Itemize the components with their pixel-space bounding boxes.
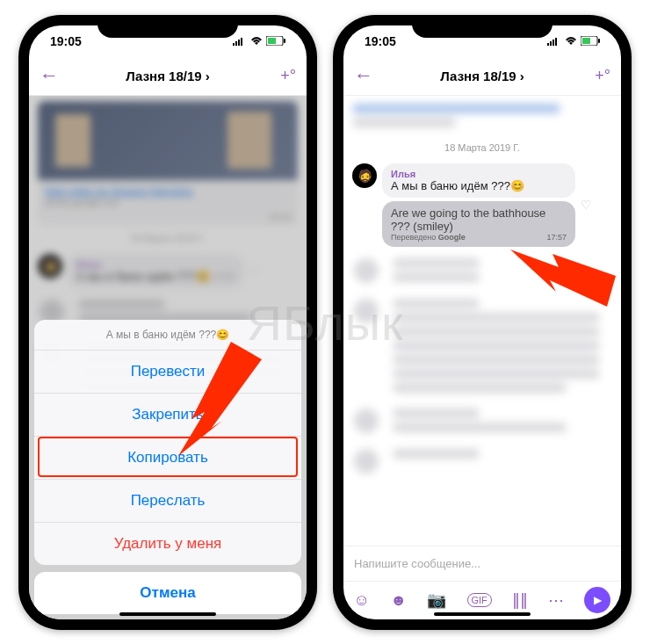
message-bubble[interactable]: Илья А мы в баню идём ???😊 <box>382 163 575 198</box>
translation-text: Are we going to the bathhouse ??? (smile… <box>391 206 567 233</box>
back-button[interactable]: ← <box>40 64 59 87</box>
camera-icon[interactable]: 📷 <box>427 590 446 610</box>
svg-rect-6 <box>284 39 285 43</box>
message-input[interactable]: Напишите сообщение... <box>343 546 621 581</box>
add-participant-button[interactable]: +° <box>280 67 296 85</box>
chat-title: Лазня 18/19 › <box>29 69 307 83</box>
chat-title: Лазня 18/19 › <box>343 69 621 83</box>
translation-provider: Переведено Google 17:57 <box>391 233 567 242</box>
action-pin[interactable]: Закрепить <box>34 394 301 437</box>
chat-header: ← Лазня 18/19 › +° <box>29 57 307 96</box>
emoji-icon[interactable]: ☺ <box>354 591 370 610</box>
battery-icon <box>581 36 600 46</box>
svg-rect-8 <box>547 43 549 46</box>
gif-icon[interactable]: GIF <box>467 593 492 607</box>
svg-rect-13 <box>582 38 590 44</box>
svg-rect-0 <box>233 43 235 46</box>
message-row: 🧔 Илья А мы в баню идём ???😊 Are we goin… <box>343 160 621 250</box>
svg-rect-2 <box>238 40 240 46</box>
message-author: Илья <box>391 169 567 179</box>
action-translate[interactable]: Перевести <box>34 351 301 394</box>
chat-header: ← Лазня 18/19 › +° <box>343 57 621 96</box>
send-button[interactable]: ▶ <box>584 587 610 613</box>
wifi-icon <box>250 37 263 46</box>
like-icon[interactable]: ♡ <box>581 198 592 212</box>
action-sheet-context: А мы в баню идём ???😊 <box>34 320 301 351</box>
sticker-icon[interactable]: ☻ <box>390 591 407 610</box>
svg-rect-10 <box>552 40 554 46</box>
signal-icon <box>233 37 247 46</box>
add-participant-button[interactable]: +° <box>595 67 610 85</box>
wifi-icon <box>565 37 577 46</box>
svg-rect-3 <box>241 38 242 46</box>
message-text: А мы в баню идём ???😊 <box>391 179 567 192</box>
phone-right: 19:05 ← Лазня 18/19 › +° 18 Марта 2019 Г… <box>333 15 632 630</box>
status-time: 19:05 <box>365 34 396 48</box>
avatar[interactable]: 🧔 <box>352 163 377 188</box>
svg-rect-5 <box>268 38 276 44</box>
svg-rect-14 <box>598 39 600 43</box>
battery-icon <box>266 36 285 46</box>
svg-rect-1 <box>235 41 237 46</box>
action-sheet: А мы в баню идём ???😊 Перевести Закрепит… <box>34 320 301 614</box>
svg-rect-11 <box>555 38 557 46</box>
action-delete[interactable]: Удалить у меня <box>34 523 301 565</box>
more-icon[interactable]: ⋯ <box>548 590 564 610</box>
action-forward[interactable]: Переслать <box>34 480 301 523</box>
status-icons <box>233 36 285 46</box>
phone-left: 19:05 ← Лазня 18/19 › +° New video by <box>18 15 317 630</box>
notch <box>98 15 238 38</box>
back-button[interactable]: ← <box>354 64 373 87</box>
action-copy[interactable]: Копировать <box>34 437 301 480</box>
svg-rect-9 <box>550 41 552 46</box>
status-icons <box>547 36 600 46</box>
translation-bubble[interactable]: Are we going to the bathhouse ??? (smile… <box>382 201 575 247</box>
signal-icon <box>547 37 561 46</box>
notch <box>412 15 552 38</box>
home-indicator[interactable] <box>434 612 531 616</box>
date-separator: 18 Марта 2019 Г. <box>343 142 621 153</box>
input-placeholder: Напишите сообщение... <box>354 557 480 570</box>
action-cancel[interactable]: Отмена <box>34 572 301 614</box>
home-indicator[interactable] <box>119 612 216 616</box>
status-time: 19:05 <box>50 34 82 48</box>
audio-icon[interactable]: ‖‖ <box>512 590 528 610</box>
